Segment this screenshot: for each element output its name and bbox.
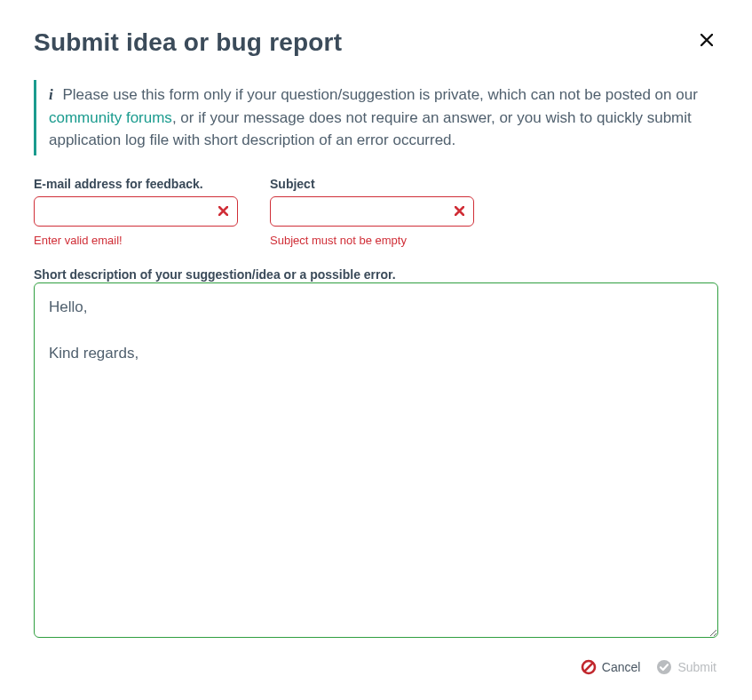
cancel-icon (581, 659, 597, 675)
close-icon (701, 34, 713, 46)
svg-point-2 (657, 660, 671, 674)
info-icon: i (49, 86, 53, 103)
description-field-group: Short description of your suggestion/ide… (34, 266, 718, 641)
info-notice: i Please use this form only if your ques… (34, 80, 718, 155)
close-button[interactable] (695, 28, 718, 52)
dialog-footer: Cancel Submit (34, 657, 718, 677)
error-x-icon (218, 206, 228, 216)
error-x-icon (455, 206, 464, 216)
description-textarea[interactable] (34, 282, 718, 638)
subject-label: Subject (270, 177, 474, 191)
check-icon (656, 659, 672, 675)
email-label: E-mail address for feedback. (34, 177, 238, 191)
dialog-title: Submit idea or bug report (34, 28, 342, 57)
email-input[interactable] (44, 203, 218, 219)
cancel-label: Cancel (602, 660, 641, 674)
cancel-button[interactable]: Cancel (579, 657, 643, 677)
subject-input-wrap (270, 196, 474, 227)
community-forums-link[interactable]: community forums (49, 109, 172, 126)
subject-field-group: Subject Subject must not be empty (270, 177, 474, 247)
subject-error: Subject must not be empty (270, 234, 474, 247)
email-error: Enter valid email! (34, 234, 238, 247)
submit-idea-dialog: Submit idea or bug report i Please use t… (0, 0, 752, 696)
svg-line-1 (584, 663, 593, 672)
fields-row: E-mail address for feedback. Enter valid… (34, 177, 718, 247)
email-input-wrap (34, 196, 238, 227)
submit-button[interactable]: Submit (654, 657, 718, 677)
dialog-header: Submit idea or bug report (34, 28, 718, 57)
description-label: Short description of your suggestion/ide… (34, 267, 396, 282)
notice-text-prefix: Please use this form only if your questi… (62, 86, 697, 103)
subject-input[interactable] (280, 203, 455, 219)
email-field-group: E-mail address for feedback. Enter valid… (34, 177, 238, 247)
submit-label: Submit (677, 660, 716, 674)
